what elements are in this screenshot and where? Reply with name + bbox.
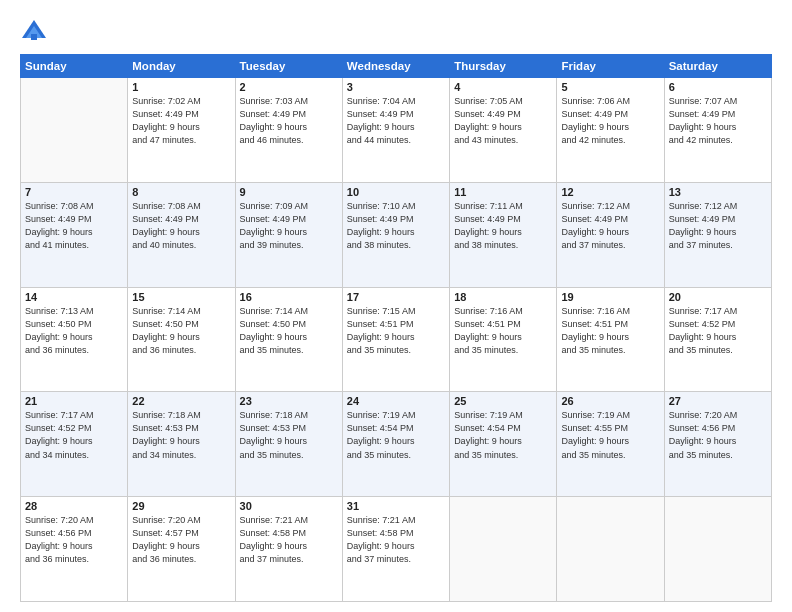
- calendar-cell: 20Sunrise: 7:17 AM Sunset: 4:52 PM Dayli…: [664, 287, 771, 392]
- day-number: 19: [561, 291, 659, 303]
- day-number: 25: [454, 395, 552, 407]
- calendar-cell: 29Sunrise: 7:20 AM Sunset: 4:57 PM Dayli…: [128, 497, 235, 602]
- day-info: Sunrise: 7:16 AM Sunset: 4:51 PM Dayligh…: [561, 305, 659, 357]
- calendar-cell: 16Sunrise: 7:14 AM Sunset: 4:50 PM Dayli…: [235, 287, 342, 392]
- day-info: Sunrise: 7:19 AM Sunset: 4:55 PM Dayligh…: [561, 409, 659, 461]
- day-info: Sunrise: 7:19 AM Sunset: 4:54 PM Dayligh…: [347, 409, 445, 461]
- calendar-cell: 28Sunrise: 7:20 AM Sunset: 4:56 PM Dayli…: [21, 497, 128, 602]
- day-info: Sunrise: 7:18 AM Sunset: 4:53 PM Dayligh…: [240, 409, 338, 461]
- day-number: 1: [132, 81, 230, 93]
- day-info: Sunrise: 7:12 AM Sunset: 4:49 PM Dayligh…: [669, 200, 767, 252]
- logo-icon: [20, 18, 48, 46]
- day-number: 30: [240, 500, 338, 512]
- day-info: Sunrise: 7:16 AM Sunset: 4:51 PM Dayligh…: [454, 305, 552, 357]
- calendar-cell: 7Sunrise: 7:08 AM Sunset: 4:49 PM Daylig…: [21, 182, 128, 287]
- day-info: Sunrise: 7:20 AM Sunset: 4:56 PM Dayligh…: [25, 514, 123, 566]
- day-number: 29: [132, 500, 230, 512]
- day-number: 10: [347, 186, 445, 198]
- day-number: 17: [347, 291, 445, 303]
- day-header-wednesday: Wednesday: [342, 55, 449, 78]
- day-info: Sunrise: 7:09 AM Sunset: 4:49 PM Dayligh…: [240, 200, 338, 252]
- calendar-cell: 8Sunrise: 7:08 AM Sunset: 4:49 PM Daylig…: [128, 182, 235, 287]
- calendar-cell: 11Sunrise: 7:11 AM Sunset: 4:49 PM Dayli…: [450, 182, 557, 287]
- day-number: 21: [25, 395, 123, 407]
- day-number: 31: [347, 500, 445, 512]
- day-number: 15: [132, 291, 230, 303]
- day-header-saturday: Saturday: [664, 55, 771, 78]
- day-number: 22: [132, 395, 230, 407]
- calendar-cell: 26Sunrise: 7:19 AM Sunset: 4:55 PM Dayli…: [557, 392, 664, 497]
- calendar-cell: 19Sunrise: 7:16 AM Sunset: 4:51 PM Dayli…: [557, 287, 664, 392]
- day-info: Sunrise: 7:08 AM Sunset: 4:49 PM Dayligh…: [132, 200, 230, 252]
- calendar-cell: 23Sunrise: 7:18 AM Sunset: 4:53 PM Dayli…: [235, 392, 342, 497]
- day-info: Sunrise: 7:17 AM Sunset: 4:52 PM Dayligh…: [669, 305, 767, 357]
- day-info: Sunrise: 7:11 AM Sunset: 4:49 PM Dayligh…: [454, 200, 552, 252]
- svg-rect-2: [31, 34, 37, 40]
- day-info: Sunrise: 7:15 AM Sunset: 4:51 PM Dayligh…: [347, 305, 445, 357]
- day-number: 14: [25, 291, 123, 303]
- calendar-cell: 2Sunrise: 7:03 AM Sunset: 4:49 PM Daylig…: [235, 78, 342, 183]
- day-number: 5: [561, 81, 659, 93]
- calendar-week-row: 7Sunrise: 7:08 AM Sunset: 4:49 PM Daylig…: [21, 182, 772, 287]
- page: SundayMondayTuesdayWednesdayThursdayFrid…: [0, 0, 792, 612]
- day-info: Sunrise: 7:08 AM Sunset: 4:49 PM Dayligh…: [25, 200, 123, 252]
- calendar-week-row: 28Sunrise: 7:20 AM Sunset: 4:56 PM Dayli…: [21, 497, 772, 602]
- calendar-cell: 4Sunrise: 7:05 AM Sunset: 4:49 PM Daylig…: [450, 78, 557, 183]
- calendar-cell: 13Sunrise: 7:12 AM Sunset: 4:49 PM Dayli…: [664, 182, 771, 287]
- calendar-cell: 9Sunrise: 7:09 AM Sunset: 4:49 PM Daylig…: [235, 182, 342, 287]
- day-number: 28: [25, 500, 123, 512]
- day-number: 9: [240, 186, 338, 198]
- calendar-cell: 14Sunrise: 7:13 AM Sunset: 4:50 PM Dayli…: [21, 287, 128, 392]
- day-info: Sunrise: 7:18 AM Sunset: 4:53 PM Dayligh…: [132, 409, 230, 461]
- calendar-cell: 1Sunrise: 7:02 AM Sunset: 4:49 PM Daylig…: [128, 78, 235, 183]
- day-info: Sunrise: 7:07 AM Sunset: 4:49 PM Dayligh…: [669, 95, 767, 147]
- day-number: 13: [669, 186, 767, 198]
- day-info: Sunrise: 7:21 AM Sunset: 4:58 PM Dayligh…: [240, 514, 338, 566]
- day-number: 3: [347, 81, 445, 93]
- day-number: 6: [669, 81, 767, 93]
- day-info: Sunrise: 7:19 AM Sunset: 4:54 PM Dayligh…: [454, 409, 552, 461]
- calendar-cell: 10Sunrise: 7:10 AM Sunset: 4:49 PM Dayli…: [342, 182, 449, 287]
- logo: [20, 18, 52, 46]
- day-info: Sunrise: 7:12 AM Sunset: 4:49 PM Dayligh…: [561, 200, 659, 252]
- calendar-cell: [450, 497, 557, 602]
- day-header-monday: Monday: [128, 55, 235, 78]
- day-header-friday: Friday: [557, 55, 664, 78]
- calendar-cell: 25Sunrise: 7:19 AM Sunset: 4:54 PM Dayli…: [450, 392, 557, 497]
- day-info: Sunrise: 7:02 AM Sunset: 4:49 PM Dayligh…: [132, 95, 230, 147]
- day-number: 23: [240, 395, 338, 407]
- day-header-thursday: Thursday: [450, 55, 557, 78]
- day-info: Sunrise: 7:13 AM Sunset: 4:50 PM Dayligh…: [25, 305, 123, 357]
- calendar-week-row: 14Sunrise: 7:13 AM Sunset: 4:50 PM Dayli…: [21, 287, 772, 392]
- day-number: 20: [669, 291, 767, 303]
- day-number: 26: [561, 395, 659, 407]
- calendar-table: SundayMondayTuesdayWednesdayThursdayFrid…: [20, 54, 772, 602]
- calendar-header-row: SundayMondayTuesdayWednesdayThursdayFrid…: [21, 55, 772, 78]
- day-info: Sunrise: 7:10 AM Sunset: 4:49 PM Dayligh…: [347, 200, 445, 252]
- day-number: 11: [454, 186, 552, 198]
- calendar-cell: 22Sunrise: 7:18 AM Sunset: 4:53 PM Dayli…: [128, 392, 235, 497]
- day-info: Sunrise: 7:03 AM Sunset: 4:49 PM Dayligh…: [240, 95, 338, 147]
- calendar-cell: 17Sunrise: 7:15 AM Sunset: 4:51 PM Dayli…: [342, 287, 449, 392]
- calendar-cell: 24Sunrise: 7:19 AM Sunset: 4:54 PM Dayli…: [342, 392, 449, 497]
- day-info: Sunrise: 7:14 AM Sunset: 4:50 PM Dayligh…: [240, 305, 338, 357]
- calendar-week-row: 21Sunrise: 7:17 AM Sunset: 4:52 PM Dayli…: [21, 392, 772, 497]
- day-info: Sunrise: 7:20 AM Sunset: 4:57 PM Dayligh…: [132, 514, 230, 566]
- day-info: Sunrise: 7:17 AM Sunset: 4:52 PM Dayligh…: [25, 409, 123, 461]
- day-number: 18: [454, 291, 552, 303]
- calendar-cell: 18Sunrise: 7:16 AM Sunset: 4:51 PM Dayli…: [450, 287, 557, 392]
- day-header-tuesday: Tuesday: [235, 55, 342, 78]
- calendar-cell: 30Sunrise: 7:21 AM Sunset: 4:58 PM Dayli…: [235, 497, 342, 602]
- calendar-cell: 27Sunrise: 7:20 AM Sunset: 4:56 PM Dayli…: [664, 392, 771, 497]
- calendar-cell: [21, 78, 128, 183]
- day-info: Sunrise: 7:14 AM Sunset: 4:50 PM Dayligh…: [132, 305, 230, 357]
- day-info: Sunrise: 7:21 AM Sunset: 4:58 PM Dayligh…: [347, 514, 445, 566]
- calendar-cell: 5Sunrise: 7:06 AM Sunset: 4:49 PM Daylig…: [557, 78, 664, 183]
- day-info: Sunrise: 7:05 AM Sunset: 4:49 PM Dayligh…: [454, 95, 552, 147]
- calendar-cell: 21Sunrise: 7:17 AM Sunset: 4:52 PM Dayli…: [21, 392, 128, 497]
- day-number: 7: [25, 186, 123, 198]
- calendar-cell: 3Sunrise: 7:04 AM Sunset: 4:49 PM Daylig…: [342, 78, 449, 183]
- day-number: 16: [240, 291, 338, 303]
- calendar-cell: 31Sunrise: 7:21 AM Sunset: 4:58 PM Dayli…: [342, 497, 449, 602]
- calendar-cell: [664, 497, 771, 602]
